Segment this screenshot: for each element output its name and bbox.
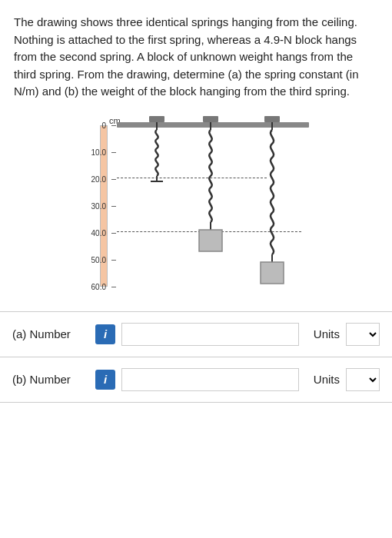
answer-b-label: (b) Number bbox=[12, 373, 89, 386]
scale-container: 0 10.0 20.0 30.0 40.0 50.0 bbox=[77, 125, 115, 294]
info-a-text: i bbox=[104, 327, 107, 340]
diagram-wrapper: cm 0 10.0 20.0 30.0 40.0 bbox=[77, 116, 315, 301]
svg-rect-9 bbox=[264, 116, 280, 122]
svg-rect-0 bbox=[117, 122, 309, 128]
answer-row-a: (a) Number i Units bbox=[0, 312, 392, 357]
springs-svg bbox=[117, 116, 309, 301]
info-button-b[interactable]: i bbox=[95, 370, 115, 390]
units-select-b[interactable] bbox=[346, 368, 380, 391]
tick-50: 50.0 bbox=[111, 260, 116, 261]
svg-rect-1 bbox=[149, 116, 164, 122]
units-label-a: Units bbox=[305, 327, 340, 340]
tick-60: 60.0 bbox=[111, 287, 116, 287]
units-label-b: Units bbox=[305, 373, 340, 386]
tick-30: 30.0 bbox=[111, 206, 116, 207]
info-b-text: i bbox=[104, 373, 107, 386]
problem-description: The drawing shows three identical spring… bbox=[14, 15, 359, 98]
answer-section: (a) Number i Units (b) Number i Units bbox=[0, 311, 392, 403]
number-input-a[interactable] bbox=[121, 323, 299, 346]
answer-a-label: (a) Number bbox=[12, 327, 89, 340]
tick-10: 10.0 bbox=[111, 152, 116, 153]
svg-rect-12 bbox=[261, 262, 284, 284]
svg-rect-5 bbox=[203, 116, 218, 122]
answer-row-b: (b) Number i Units bbox=[0, 357, 392, 403]
tick-20: 20.0 bbox=[111, 179, 116, 180]
tick-0: 0 bbox=[111, 125, 116, 126]
info-button-a[interactable]: i bbox=[95, 324, 115, 344]
units-select-a[interactable] bbox=[346, 323, 380, 346]
tick-40: 40.0 bbox=[111, 233, 116, 234]
problem-text: The drawing shows three identical spring… bbox=[0, 0, 392, 108]
diagram-area: cm 0 10.0 20.0 30.0 40.0 bbox=[0, 108, 392, 311]
svg-rect-8 bbox=[199, 230, 222, 251]
number-input-b[interactable] bbox=[121, 368, 299, 391]
